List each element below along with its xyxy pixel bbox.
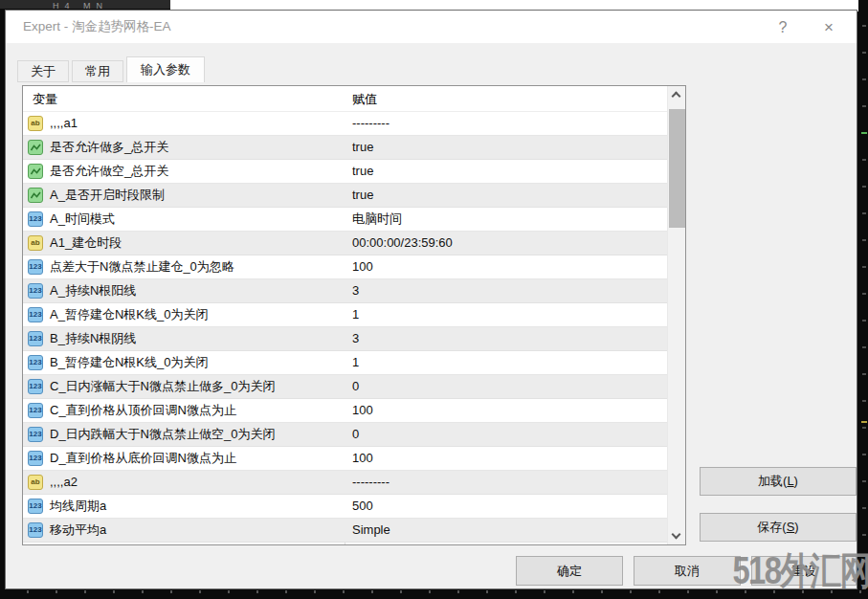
- table-header: 变量 赋值: [23, 86, 685, 112]
- table-row[interactable]: ab A1_建仓时段 00:00:00/23:59:60: [23, 232, 667, 255]
- param-value: 100: [352, 255, 373, 278]
- param-value: true: [352, 160, 373, 183]
- param-name: A_是否开启时段限制: [50, 184, 165, 207]
- param-name: A_持续N根阳线: [50, 279, 136, 302]
- parameter-table: 变量 赋值 ab ,,,,a1 --------- 是否允许做多_总开关 tru…: [22, 85, 686, 545]
- vertical-scrollbar[interactable]: [667, 86, 685, 544]
- dialog-title: Expert - 淘金趋势网格-EA: [23, 18, 171, 35]
- param-value: 0: [352, 423, 359, 446]
- save-button[interactable]: 保存(S): [700, 513, 857, 542]
- num-param-icon: 123: [28, 379, 43, 394]
- table-row[interactable]: 123 A_持续N根阳线 3: [23, 279, 667, 303]
- param-value: 00:00:00/23:59:60: [352, 232, 453, 255]
- param-table-body: ab ,,,,a1 --------- 是否允许做多_总开关 true 是否允许…: [23, 112, 667, 544]
- table-row[interactable]: 123 D_直到价格从底价回调N微点为止 100: [23, 447, 667, 471]
- scrollbar-thumb[interactable]: [669, 109, 685, 228]
- table-row[interactable]: 123 点差大于N微点禁止建仓_0为忽略 100: [23, 255, 667, 279]
- num-param-icon: 123: [28, 499, 43, 514]
- tab-common[interactable]: 常用: [72, 60, 123, 82]
- tab-strip: 关于 常用 输入参数: [17, 56, 208, 82]
- tab-about[interactable]: 关于: [17, 60, 69, 82]
- bool-param-icon: [28, 140, 43, 155]
- param-value: ---------: [352, 471, 389, 494]
- table-row[interactable]: 123 A_时间模式 电脑时间: [23, 208, 667, 232]
- table-row[interactable]: 123 C_日内涨幅大于N微点禁止做多_0为关闭 0: [23, 375, 667, 399]
- ea-properties-dialog: Expert - 淘金趋势网格-EA ? × 关于 常用 输入参数 变量 赋值 …: [5, 10, 857, 589]
- param-name: 均线周期a: [50, 495, 106, 518]
- param-value: true: [352, 136, 373, 159]
- table-row[interactable]: 123 C_直到价格从顶价回调N微点为止 100: [23, 399, 667, 423]
- table-row[interactable]: 123 D_日内跌幅大于N微点禁止做空_0为关闭 0: [23, 423, 667, 447]
- ab-param-icon: ab: [28, 116, 43, 131]
- param-name: B_暂停建仓N根K线_0为关闭: [50, 351, 208, 374]
- param-name: ,,,,a2: [50, 471, 78, 494]
- dialog-titlebar[interactable]: Expert - 淘金趋势网格-EA ? ×: [6, 11, 857, 43]
- ab-param-icon: ab: [28, 475, 43, 490]
- watermark: 518外汇网: [733, 544, 868, 597]
- param-name: 是否允许做多_总开关: [50, 136, 168, 159]
- param-name: A1_建仓时段: [50, 232, 122, 255]
- ok-button[interactable]: 确定: [516, 556, 623, 586]
- load-button-label-suffix: ): [794, 474, 798, 488]
- help-icon[interactable]: ?: [768, 16, 797, 39]
- num-param-icon: 123: [28, 331, 43, 346]
- table-row[interactable]: 是否允许做空_总开关 true: [23, 160, 667, 184]
- param-value: 3: [352, 279, 359, 302]
- num-param-icon: 123: [28, 427, 43, 442]
- table-row[interactable]: 是否允许做多_总开关 true: [23, 136, 667, 160]
- param-name: 点差大于N微点禁止建仓_0为忽略: [50, 255, 234, 278]
- save-button-label: 保存(: [757, 520, 786, 534]
- param-name: ,,,,a1: [50, 112, 78, 135]
- scroll-down-button[interactable]: [668, 528, 685, 544]
- table-row[interactable]: A_是否开启时段限制 true: [23, 184, 667, 208]
- load-button-mnemonic: L: [787, 474, 793, 488]
- num-param-icon: 123: [28, 403, 43, 418]
- param-name: C_直到价格从顶价回调N微点为止: [50, 399, 236, 422]
- param-name: C_日内涨幅大于N微点禁止做多_0为关闭: [50, 375, 275, 398]
- column-header-value: 赋值: [352, 91, 377, 108]
- num-param-icon: 123: [28, 307, 43, 322]
- param-value: 电脑时间: [352, 208, 402, 231]
- param-value: Simple: [352, 519, 390, 542]
- chevron-down-icon: [672, 530, 681, 540]
- num-param-icon: 123: [28, 522, 43, 538]
- param-name: 是否允许做空_总开关: [50, 160, 168, 183]
- table-row[interactable]: 123 B_暂停建仓N根K线_0为关闭 1: [23, 351, 667, 375]
- close-icon[interactable]: ×: [814, 16, 843, 39]
- load-button-label: 加载(: [758, 474, 787, 488]
- param-value: 100: [352, 447, 373, 470]
- scroll-up-button[interactable]: [668, 86, 685, 102]
- num-param-icon: 123: [28, 283, 43, 299]
- load-button[interactable]: 加载(L): [700, 467, 857, 496]
- param-name: A_暂停建仓N根K线_0为关闭: [50, 303, 208, 326]
- num-param-icon: 123: [28, 451, 43, 466]
- chevron-up-icon: [672, 92, 681, 101]
- table-row[interactable]: 123 均线周期a 500: [23, 495, 667, 519]
- param-name: D_直到价格从底价回调N微点为止: [50, 447, 236, 470]
- ab-param-icon: ab: [28, 235, 43, 251]
- column-header-variable: 变量: [33, 91, 57, 108]
- param-value: 3: [352, 327, 359, 350]
- table-row[interactable]: 123 移动平均a Simple: [23, 519, 667, 543]
- table-row[interactable]: ab ,,,,a1 ---------: [23, 112, 667, 136]
- param-name: 移动平均a: [50, 519, 106, 542]
- bool-param-icon: [28, 164, 43, 179]
- price-tick-icon: [861, 421, 867, 423]
- num-param-icon: 123: [28, 211, 43, 227]
- cancel-button[interactable]: 取消: [634, 556, 741, 586]
- table-row[interactable]: 123 B_持续N根阴线 3: [23, 327, 667, 351]
- num-param-icon: 123: [28, 259, 43, 275]
- param-value: ---------: [352, 112, 389, 135]
- param-name: B_持续N根阴线: [50, 327, 136, 350]
- param-value: 1: [352, 303, 359, 326]
- tab-inputs[interactable]: 输入参数: [126, 56, 205, 82]
- param-value: 0: [352, 375, 359, 398]
- table-row[interactable]: 123 A_暂停建仓N根K线_0为关闭 1: [23, 303, 667, 327]
- table-row[interactable]: ab ,,,,a2 ---------: [23, 471, 667, 495]
- param-value: 500: [352, 495, 373, 518]
- param-value: 1: [352, 351, 359, 374]
- save-button-label-suffix: ): [794, 520, 798, 534]
- bool-param-icon: [28, 188, 43, 203]
- price-tick-icon: [861, 132, 867, 134]
- screen: H4 MN Expert - 淘金趋势网格-EA ? × 关于 常用 输入参数 …: [0, 0, 868, 599]
